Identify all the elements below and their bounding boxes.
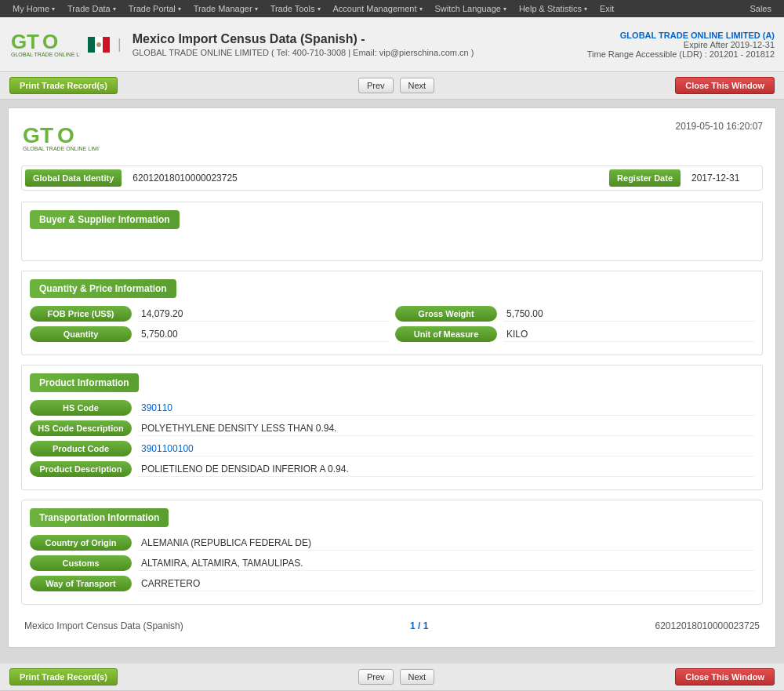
svg-text:GLOBAL TRADE ONLINE LIMITED: GLOBAL TRADE ONLINE LIMITED <box>11 52 80 57</box>
transport-value: CARRETERO <box>138 576 754 591</box>
footer-right: 62012018010000023725 <box>655 620 760 631</box>
ldr-range: Time Range Accessible (LDR) : 201201 - 2… <box>587 49 775 59</box>
card-logo-svg: G T O GLOBAL TRADE ONLINE LIMITED <box>21 121 100 156</box>
chevron-down-icon: ▾ <box>584 5 587 13</box>
quantity-value: 5,750.00 <box>138 327 389 342</box>
chevron-down-icon: ▾ <box>178 5 181 13</box>
logo-area: G T O GLOBAL TRADE ONLINE LIMITED <box>9 27 80 62</box>
hs-code-desc-field: HS Code Description POLYETHYLENE DENSITY… <box>30 420 754 436</box>
gross-weight-label: Gross Weight <box>395 306 497 322</box>
customs-label: Customs <box>30 555 132 571</box>
svg-text:O: O <box>42 30 58 53</box>
quantity-label: Quantity <box>30 326 132 342</box>
register-date-label: Register Date <box>609 169 681 187</box>
expire-date: Expire After 2019-12-31 <box>587 40 775 49</box>
chevron-down-icon: ▾ <box>318 5 321 13</box>
page-header: G T O GLOBAL TRADE ONLINE LIMITED | Mexi… <box>0 17 784 72</box>
nav-switch-language[interactable]: Switch Language▾ <box>429 0 513 17</box>
hs-code-field: HS Code 390110 <box>30 400 754 416</box>
transport-field: Way of Transport CARRETERO <box>30 576 754 591</box>
page-subtitle: GLOBAL TRADE ONLINE LIMITED ( Tel: 400-7… <box>132 48 579 57</box>
chevron-down-icon: ▾ <box>255 5 258 13</box>
product-desc-value: POLIETILENO DE DENSIDAD INFERIOR A 0.94. <box>138 462 754 477</box>
pagination: 1 / 1 <box>410 620 428 631</box>
nav-exit[interactable]: Exit <box>593 0 620 17</box>
card-logo: G T O GLOBAL TRADE ONLINE LIMITED <box>21 121 100 156</box>
record-footer: Mexico Import Census Data (Spanish) 1 / … <box>21 614 763 635</box>
product-desc-field: Product Description POLIETILENO DE DENSI… <box>30 461 754 477</box>
nav-my-home[interactable]: My Home▾ <box>6 0 61 17</box>
product-header: Product Information <box>30 373 139 392</box>
next-button-bottom[interactable]: Next <box>400 669 435 685</box>
product-desc-label: Product Description <box>30 461 132 477</box>
customs-field: Customs ALTAMIRA, ALTAMIRA, TAMAULIPAS. <box>30 555 754 571</box>
sales-label: Sales <box>743 4 778 13</box>
page-title-area: Mexico Import Census Data (Spanish) - GL… <box>132 32 579 57</box>
customs-value: ALTAMIRA, ALTAMIRA, TAMAULIPAS. <box>138 556 754 571</box>
svg-text:GLOBAL TRADE ONLINE LIMITED: GLOBAL TRADE ONLINE LIMITED <box>23 146 100 151</box>
product-section: Product Information HS Code 390110 HS Co… <box>21 365 763 490</box>
fob-price-field: FOB Price (US$) 14,079.20 <box>30 306 389 322</box>
chevron-down-icon: ▾ <box>419 5 423 13</box>
transport-label: Way of Transport <box>30 576 132 591</box>
nav-trade-data[interactable]: Trade Data▾ <box>61 0 122 17</box>
product-code-label: Product Code <box>30 441 132 456</box>
account-name: GLOBAL TRADE ONLINE LIMITED (A) <box>587 31 775 40</box>
hs-code-desc-value: POLYETHYLENE DENSITY LESS THAN 0.94. <box>138 421 754 436</box>
close-button[interactable]: Close This Window <box>675 77 775 94</box>
product-code-value: 3901100100 <box>138 442 754 456</box>
next-button[interactable]: Next <box>400 78 435 93</box>
quantity-price-header: Quantity & Price Information <box>30 279 176 298</box>
mexico-flag <box>88 37 110 53</box>
buyer-supplier-section: Buyer & Supplier Information <box>21 202 763 261</box>
chevron-down-icon: ▾ <box>52 5 55 13</box>
close-button-bottom[interactable]: Close This Window <box>675 668 775 686</box>
card-header: G T O GLOBAL TRADE ONLINE LIMITED 2019-0… <box>21 121 763 156</box>
top-toolbar: Print Trade Record(s) Prev Next Close Th… <box>0 72 784 100</box>
fob-price-label: FOB Price (US$) <box>30 306 132 322</box>
nav-items: My Home▾ Trade Data▾ Trade Portal▾ Trade… <box>6 0 620 17</box>
page-title: Mexico Import Census Data (Spanish) - <box>132 32 579 46</box>
quantity-price-fields: FOB Price (US$) 14,079.20 Quantity 5,750… <box>30 306 754 347</box>
fob-price-value: 14,079.20 <box>138 307 389 322</box>
buyer-supplier-header: Buyer & Supplier Information <box>30 210 180 229</box>
quantity-price-section: Quantity & Price Information FOB Price (… <box>21 271 763 355</box>
nav-trade-tools[interactable]: Trade Tools▾ <box>264 0 327 17</box>
country-origin-label: Country of Origin <box>30 535 132 551</box>
svg-text:G: G <box>23 123 40 147</box>
prev-button-bottom[interactable]: Prev <box>358 669 394 685</box>
nav-trade-portal[interactable]: Trade Portal▾ <box>122 0 187 17</box>
nav-help-statistics[interactable]: Help & Statistics▾ <box>513 0 593 17</box>
transportation-section: Transportation Information Country of Or… <box>21 500 763 605</box>
record-card: G T O GLOBAL TRADE ONLINE LIMITED 2019-0… <box>8 107 776 648</box>
divider: | <box>118 36 122 53</box>
unit-measure-field: Unit of Measure KILO <box>395 326 754 342</box>
company-logo: G T O GLOBAL TRADE ONLINE LIMITED <box>9 27 80 62</box>
hs-code-value: 390110 <box>138 401 754 416</box>
svg-text:T: T <box>40 123 53 147</box>
svg-point-7 <box>96 42 101 47</box>
gross-weight-field: Gross Weight 5,750.00 <box>395 306 754 322</box>
svg-text:T: T <box>27 30 39 53</box>
prev-button[interactable]: Prev <box>358 78 394 93</box>
top-navigation: My Home▾ Trade Data▾ Trade Portal▾ Trade… <box>0 0 784 17</box>
fob-price-row: FOB Price (US$) 14,079.20 Quantity 5,750… <box>30 306 389 347</box>
svg-text:G: G <box>11 30 27 53</box>
buyer-supplier-content <box>30 237 754 253</box>
register-date-value: 2017-12-31 <box>684 169 762 187</box>
gross-weight-col: Gross Weight 5,750.00 Unit of Measure KI… <box>395 306 754 347</box>
bottom-toolbar: Print Trade Record(s) Prev Next Close Th… <box>0 664 784 691</box>
print-button[interactable]: Print Trade Record(s) <box>9 77 118 94</box>
identity-row: Global Data Identity 6201201801000002372… <box>21 165 763 191</box>
nav-account-management[interactable]: Account Management▾ <box>327 0 429 17</box>
nav-trade-manager[interactable]: Trade Manager▾ <box>187 0 264 17</box>
main-content: G T O GLOBAL TRADE ONLINE LIMITED 2019-0… <box>0 100 784 664</box>
unit-measure-label: Unit of Measure <box>395 326 497 342</box>
chevron-down-icon: ▾ <box>113 5 116 13</box>
product-code-field: Product Code 3901100100 <box>30 441 754 456</box>
footer-left: Mexico Import Census Data (Spanish) <box>24 620 183 631</box>
print-button-bottom[interactable]: Print Trade Record(s) <box>9 668 118 686</box>
global-data-identity-value: 62012018010000023725 <box>125 169 606 187</box>
global-data-identity-label: Global Data Identity <box>25 169 122 187</box>
hs-code-desc-label: HS Code Description <box>30 420 132 436</box>
